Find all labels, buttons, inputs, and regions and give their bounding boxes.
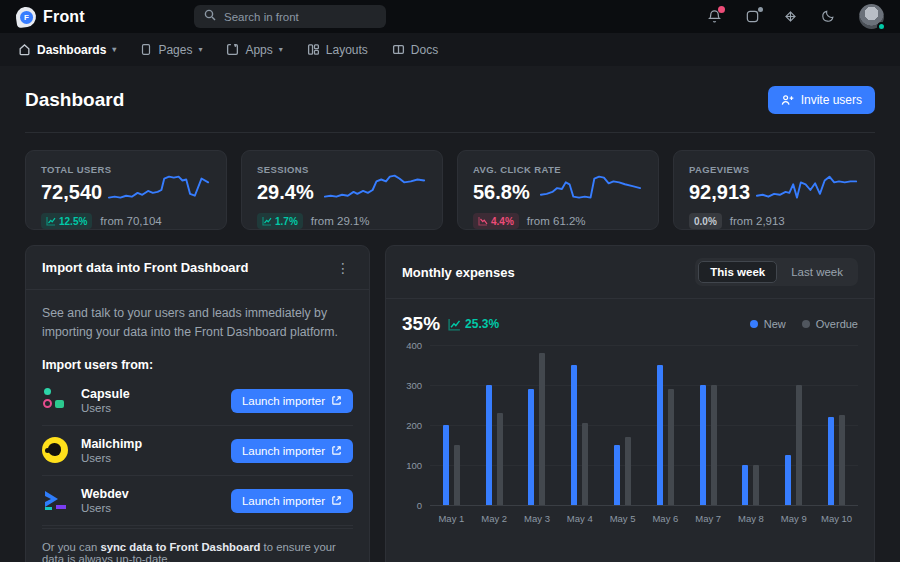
page-icon bbox=[140, 43, 152, 56]
x-axis-label: May 6 bbox=[644, 513, 687, 524]
legend-item-new: New bbox=[750, 318, 786, 330]
bar-overdue bbox=[454, 445, 460, 505]
bar-overdue bbox=[625, 437, 631, 505]
nav-item-dashboards[interactable]: Dashboards ▾ bbox=[18, 43, 116, 57]
search-input[interactable] bbox=[224, 11, 376, 23]
brand-logo[interactable]: F Front bbox=[16, 7, 176, 27]
notifications-button[interactable] bbox=[707, 9, 723, 25]
nav-item-layouts[interactable]: Layouts bbox=[307, 43, 368, 57]
search-icon bbox=[204, 9, 216, 24]
x-axis-label: May 2 bbox=[473, 513, 516, 524]
brand-name: Front bbox=[43, 8, 85, 26]
trend-up-icon bbox=[262, 216, 272, 226]
this-week-button[interactable]: This week bbox=[698, 261, 777, 283]
launch-importer-button[interactable]: Launch importer bbox=[231, 389, 353, 413]
launch-importer-button[interactable]: Launch importer bbox=[231, 489, 353, 513]
import-row-capsule: Capsule Users Launch importer bbox=[42, 376, 353, 426]
bar-overdue bbox=[497, 413, 503, 505]
app-window-icon bbox=[226, 43, 239, 56]
global-search[interactable] bbox=[194, 5, 386, 28]
y-axis-label: 100 bbox=[406, 460, 422, 471]
stat-from: from 2,913 bbox=[730, 215, 785, 227]
stat-card-total-users: TOTAL USERS 72,540 12.5% from 70,104 bbox=[25, 150, 227, 230]
expenses-change: 25.3% bbox=[448, 317, 499, 331]
bar-new bbox=[614, 445, 620, 505]
y-axis: 4003002001000 bbox=[402, 345, 430, 505]
bar-overdue bbox=[796, 385, 802, 505]
page-title: Dashboard bbox=[25, 89, 124, 111]
x-axis-label: May 5 bbox=[601, 513, 644, 524]
legend-item-overdue: Overdue bbox=[802, 318, 858, 330]
bar-group bbox=[730, 345, 773, 505]
capsule-logo-icon bbox=[42, 387, 69, 414]
notification-dot bbox=[718, 6, 725, 13]
modules-button[interactable] bbox=[783, 9, 799, 25]
x-axis-label: May 3 bbox=[516, 513, 559, 524]
bar-overdue bbox=[753, 465, 759, 505]
expenses-value: 35% bbox=[402, 313, 440, 335]
import-data-card: Import data into Front Dashboard ⋮ See a… bbox=[25, 245, 370, 562]
book-icon bbox=[392, 43, 405, 56]
importer-type: Users bbox=[81, 452, 219, 464]
card-title: Monthly expenses bbox=[402, 265, 515, 280]
user-avatar[interactable] bbox=[859, 4, 884, 29]
invite-users-button[interactable]: Invite users bbox=[768, 86, 875, 114]
change-badge: 12.5% bbox=[41, 213, 92, 229]
trend-up-icon bbox=[448, 318, 461, 331]
sparkline-chart bbox=[755, 168, 860, 212]
sparkline-chart bbox=[107, 168, 212, 212]
stats-row: TOTAL USERS 72,540 12.5% from 70,104 SES… bbox=[25, 150, 875, 230]
external-link-icon bbox=[331, 445, 342, 456]
topbar: F Front bbox=[0, 0, 900, 33]
nav-item-docs[interactable]: Docs bbox=[392, 43, 438, 57]
x-axis-label: May 1 bbox=[430, 513, 473, 524]
stat-card-sessions: SESSIONS 29.4% 1.7% from 29.1% bbox=[241, 150, 443, 230]
kebab-menu-icon[interactable]: ⋮ bbox=[333, 261, 353, 275]
bar-overdue bbox=[668, 389, 674, 505]
bar-new bbox=[700, 385, 706, 505]
x-axis-label: May 7 bbox=[687, 513, 730, 524]
bar-group bbox=[772, 345, 815, 505]
bar-overdue bbox=[539, 353, 545, 505]
launch-importer-button[interactable]: Launch importer bbox=[231, 439, 353, 463]
importer-name: Webdev bbox=[81, 487, 219, 501]
import-description: See and talk to your users and leads imm… bbox=[42, 304, 353, 342]
bar-new bbox=[486, 385, 492, 505]
legend-dot-new bbox=[750, 320, 758, 328]
y-axis-label: 0 bbox=[417, 500, 422, 511]
nav-item-pages[interactable]: Pages ▾ bbox=[140, 43, 202, 57]
last-week-button[interactable]: Last week bbox=[779, 261, 855, 283]
import-footer-note: Or you can sync data to Front Dashboard … bbox=[42, 528, 353, 562]
stat-card-pageviews: PAGEVIEWS 92,913 0.0% from 2,913 bbox=[673, 150, 875, 230]
nav-item-apps[interactable]: Apps ▾ bbox=[226, 43, 282, 57]
sync-data-link[interactable]: sync data to Front Dashboard bbox=[100, 541, 260, 553]
home-icon bbox=[18, 43, 31, 56]
moon-icon bbox=[821, 9, 835, 23]
y-axis-label: 200 bbox=[406, 420, 422, 431]
change-badge: 0.0% bbox=[689, 213, 722, 229]
online-status-dot bbox=[877, 22, 886, 31]
change-badge: 1.7% bbox=[257, 213, 303, 229]
x-axis-label: May 4 bbox=[558, 513, 601, 524]
trend-up-icon bbox=[46, 216, 56, 226]
mailchimp-logo-icon bbox=[42, 437, 69, 464]
modules-diamond-icon bbox=[783, 9, 798, 24]
apps-button[interactable] bbox=[745, 9, 761, 25]
importer-name: Capsule bbox=[81, 387, 219, 401]
bar-new bbox=[742, 465, 748, 505]
external-link-icon bbox=[331, 395, 342, 406]
dark-mode-toggle[interactable] bbox=[821, 9, 837, 25]
bar-new bbox=[828, 417, 834, 505]
x-axis-label: May 8 bbox=[730, 513, 773, 524]
bar-overdue bbox=[711, 385, 717, 505]
front-logo-icon: F bbox=[15, 5, 38, 28]
import-row-mailchimp: Mailchimp Users Launch importer bbox=[42, 426, 353, 476]
bar-new bbox=[443, 425, 449, 505]
importer-type: Users bbox=[81, 402, 219, 414]
stat-card-avg-click-rate: AVG. CLICK RATE 56.8% 4.4% from 61.2% bbox=[457, 150, 659, 230]
y-axis-label: 400 bbox=[406, 340, 422, 351]
chevron-down-icon: ▾ bbox=[198, 45, 202, 54]
person-plus-icon bbox=[781, 94, 794, 106]
chart-legend: New Overdue bbox=[750, 318, 858, 330]
bar-group bbox=[430, 345, 473, 505]
